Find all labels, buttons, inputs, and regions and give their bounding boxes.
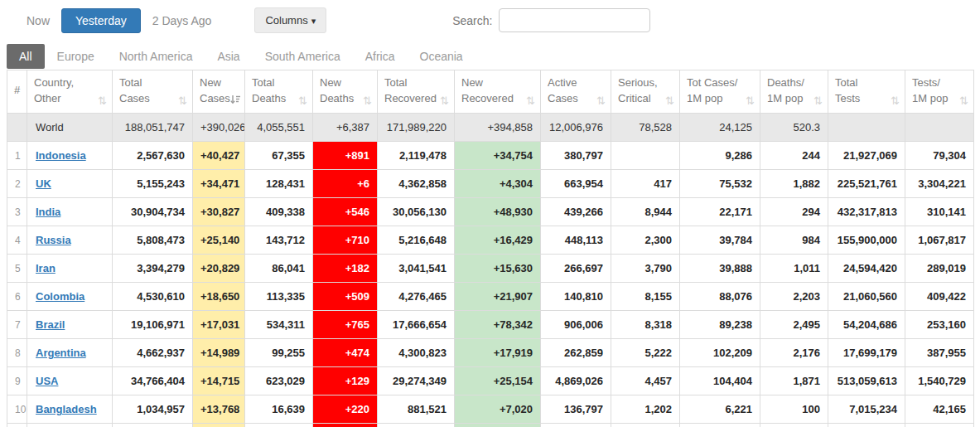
cell-serious-critical: 78,528 [611, 114, 680, 142]
cell-serious-critical: 3,790 [611, 255, 680, 283]
column-header-cases-per-1m[interactable]: Tot Cases/ 1M pop⇅ [680, 70, 760, 114]
cell-new-recovered: +21,907 [455, 283, 541, 311]
cell-deaths-per-1m: 294 [760, 198, 828, 226]
cell-country: UK [27, 170, 113, 198]
cell-total-recovered: 4,300,823 [378, 339, 455, 367]
column-header-country[interactable]: Country, Other⇅ [27, 70, 113, 114]
columns-dropdown-button[interactable]: Columns▾ [254, 7, 326, 33]
column-header-total-tests[interactable]: Total Tests⇅ [828, 70, 905, 114]
cell-active-cases [541, 424, 611, 427]
cell-total-recovered: 881,521 [378, 395, 455, 424]
table-row-usa: 9USA34,766,404+14,715623,029+12929,274,3… [7, 367, 974, 395]
cell-active-cases: 906,006 [541, 311, 611, 339]
table-row-bangladesh: 10Bangladesh1,034,957+13,76816,639+22088… [7, 395, 974, 424]
column-header-deaths-per-1m[interactable]: Deaths/ 1M pop⇅ [760, 70, 828, 114]
cell-new-cases: +18,650 [193, 283, 245, 311]
cell-total-tests: 225,521,761 [828, 170, 905, 198]
cell-total-cases: 5,155,243 [113, 170, 193, 198]
cell-new-recovered: +78,342 [455, 311, 541, 339]
cell-new-deaths: +220 [313, 395, 378, 424]
cell-tests-per-1m: 1,540,729 [905, 367, 974, 395]
cell-total-tests: 21,927,069 [828, 142, 905, 170]
cell-new-deaths: +509 [313, 283, 378, 311]
column-header-label: Total Cases [119, 75, 150, 105]
column-header-new-deaths[interactable]: New Deaths⇅ [313, 70, 378, 114]
tab-south-america[interactable]: South America [253, 44, 353, 69]
sort-icon: ⇅ [746, 95, 755, 106]
country-link[interactable]: Bangladesh [36, 403, 97, 415]
cell-total-tests: 432,317,813 [828, 198, 905, 226]
cell-total-recovered: 2,119,478 [378, 142, 455, 170]
column-header-label: Tests/ 1M pop [912, 75, 948, 105]
search-input[interactable] [499, 8, 650, 32]
cell-total-cases [113, 424, 193, 427]
column-header-new-cases[interactable]: New Cases [193, 70, 245, 114]
tab-africa[interactable]: Africa [353, 44, 408, 69]
country-link[interactable]: Argentina [36, 347, 86, 359]
cell-cases-per-1m: 102,209 [680, 339, 760, 367]
cell-rank: 9 [7, 367, 27, 395]
cell-total-deaths: 67,355 [245, 142, 313, 170]
sort-icon: ⇅ [665, 95, 674, 106]
cell-new-deaths [313, 424, 378, 427]
column-header-label: Total Deaths [252, 75, 286, 105]
cell-total-tests [828, 424, 905, 427]
sort-icon: ⇅ [298, 95, 307, 106]
cell-new-cases: +17,031 [193, 311, 245, 339]
country-link[interactable]: Brazil [36, 318, 65, 331]
country-link[interactable]: USA [36, 375, 58, 387]
cell-total-recovered: 171,989,220 [378, 114, 455, 142]
sort-icon: ⇅ [440, 95, 449, 106]
tab-europe[interactable]: Europe [45, 44, 107, 69]
cell-rank: 4 [7, 226, 27, 255]
tab-oceania[interactable]: Oceania [408, 44, 476, 69]
cell-serious-critical [611, 142, 680, 170]
column-header-active-cases[interactable]: Active Cases⇅ [541, 70, 611, 114]
country-link[interactable]: UK [36, 177, 51, 190]
tab-all[interactable]: All [7, 44, 45, 69]
cell-serious-critical: 2,300 [611, 226, 680, 255]
cell-total-recovered: 17,666,654 [378, 311, 455, 339]
cell-new-deaths: +6 [313, 170, 378, 198]
cell-new-cases: +14,715 [193, 367, 245, 395]
table-row-partial [7, 424, 974, 427]
tab-asia[interactable]: Asia [205, 44, 252, 69]
now-button[interactable]: Now [15, 9, 61, 32]
country-link[interactable]: Iran [36, 262, 56, 274]
column-header-total-deaths[interactable]: Total Deaths⇅ [245, 70, 313, 114]
cell-new-recovered: +25,154 [455, 367, 541, 395]
cell-serious-critical [611, 424, 680, 427]
column-header-serious-critical[interactable]: Serious, Critical⇅ [611, 70, 680, 114]
cell-new-recovered: +394,858 [455, 114, 541, 142]
table-row-world: World188,051,747+390,0264,055,551+6,3871… [7, 114, 974, 142]
cell-serious-critical: 4,457 [611, 367, 680, 395]
column-header-new-recovered[interactable]: New Recovered⇅ [455, 70, 541, 114]
cell-cases-per-1m: 39,888 [680, 255, 760, 283]
country-link[interactable]: Indonesia [36, 149, 86, 162]
two-days-ago-button[interactable]: 2 Days Ago [141, 9, 224, 32]
cell-country: Iran [27, 255, 113, 283]
cell-rank: 7 [7, 311, 27, 339]
country-link[interactable]: Russia [36, 234, 71, 246]
cell-deaths-per-1m: 1,871 [760, 367, 828, 395]
cell-active-cases: 4,869,026 [541, 367, 611, 395]
cell-cases-per-1m: 75,532 [680, 170, 760, 198]
cell-new-cases: +20,829 [193, 255, 245, 283]
cell-total-cases: 30,904,734 [113, 198, 193, 226]
country-link[interactable]: Colombia [36, 290, 84, 303]
country-link[interactable]: India [36, 206, 60, 218]
yesterday-button[interactable]: Yesterday [61, 8, 141, 33]
sort-icon: ⇅ [891, 95, 900, 106]
column-header-tests-per-1m[interactable]: Tests/ 1M pop⇅ [905, 70, 974, 114]
cell-total-tests: 155,900,000 [828, 226, 905, 255]
cell-deaths-per-1m: 1,011 [760, 255, 828, 283]
cell-total-cases: 34,766,404 [113, 367, 193, 395]
column-header-total-cases[interactable]: Total Cases⇅ [113, 70, 193, 114]
column-header-label: Serious, Critical [618, 75, 658, 105]
cell-rank: 6 [7, 283, 27, 311]
column-header-total-recovered[interactable]: Total Recovered⇅ [378, 70, 455, 114]
cell-total-cases: 4,662,937 [113, 339, 193, 367]
cell-tests-per-1m: 1,067,817 [905, 226, 974, 255]
cell-rank: 5 [7, 255, 27, 283]
tab-north-america[interactable]: North America [107, 44, 205, 69]
